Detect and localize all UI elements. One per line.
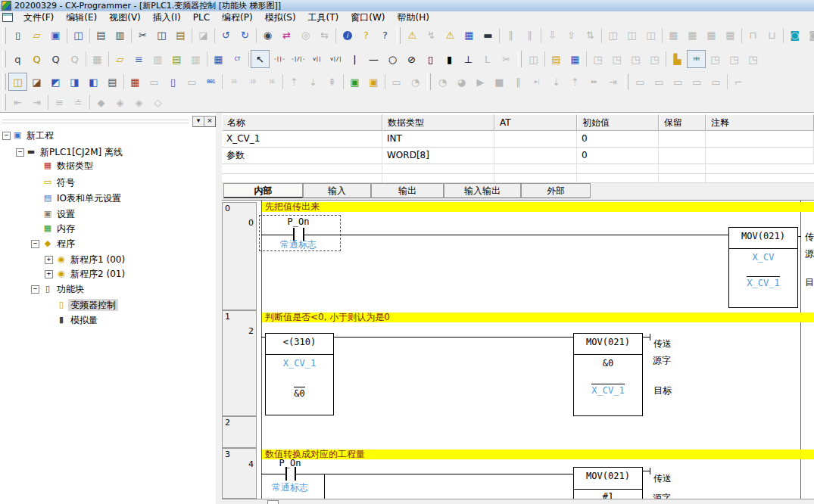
mnemonics-view-icon[interactable]: ▦ [209, 50, 228, 68]
tree-item-io-table[interactable]: ▤IO表和单元设置 [0, 191, 216, 205]
tree-item-label[interactable]: 设置 [55, 208, 77, 220]
transfer-settings-icon[interactable]: ▦ [460, 26, 479, 45]
new-differentiated-instruction-icon[interactable]: ▮ [440, 50, 459, 68]
table-cell[interactable]: 0 [577, 148, 659, 164]
watch-window-icon[interactable]: ◩ [46, 73, 65, 91]
tree-item-project[interactable]: −▣新工程 [0, 129, 216, 142]
clock-ct-view-icon[interactable]: CT [228, 50, 247, 68]
tree-item-symbols[interactable]: ▭符号 [0, 176, 216, 189]
compare-operand-2-wrap[interactable]: &0 [266, 388, 333, 399]
tree-item-analog-fb[interactable]: ▮模拟量 [0, 313, 216, 327]
online-edit-icon[interactable]: ▬ [479, 26, 497, 45]
tree-item-label[interactable]: IO表和单元设置 [55, 192, 123, 204]
column-header-5[interactable]: 注释 [706, 114, 814, 131]
tree-item-label[interactable]: 符号 [55, 176, 77, 188]
paste-icon[interactable]: ▤ [171, 26, 190, 45]
show-properties-icon[interactable]: ▤ [103, 73, 122, 91]
tree-item-inverter-fb[interactable]: ▯变频器控制 [0, 298, 216, 312]
table-cell[interactable] [706, 131, 814, 148]
context-help-icon[interactable]: ? [376, 26, 395, 45]
menu-item-p[interactable]: 编程(P) [216, 11, 259, 23]
table-cell[interactable]: WORD[8] [382, 148, 494, 164]
expand-box-icon[interactable]: + [45, 256, 53, 264]
tab-output[interactable]: 输出 [371, 183, 444, 198]
tab-input[interactable]: 输入 [303, 183, 371, 198]
tree-item-label[interactable]: 功能块 [55, 283, 86, 295]
undo-icon[interactable]: ↺ [217, 26, 235, 45]
rung-margin-1[interactable]: 1 2 [222, 310, 257, 416]
compile-icon[interactable]: ⚠ [403, 26, 422, 45]
dest-operand-wrap[interactable]: X_CV_1 [574, 385, 642, 396]
replace-icon[interactable]: ⇄ [277, 26, 296, 45]
compare-operand-1[interactable]: X_CV_1 [266, 358, 333, 369]
tree-item-label[interactable]: 新程序1 (00) [68, 254, 127, 266]
collapse-box-icon[interactable]: − [31, 240, 39, 248]
check-program-icon[interactable]: ▯ [164, 73, 182, 91]
device-type-verify-icon[interactable]: ◫ [69, 26, 88, 45]
tree-item-label[interactable]: 内存 [55, 222, 77, 235]
collapse-box-icon[interactable]: − [2, 132, 11, 140]
menu-item-v[interactable]: 视图(V) [103, 11, 147, 23]
menu-item-plc[interactable]: PLC [187, 11, 216, 23]
menu-item-i[interactable]: 插入(I) [147, 11, 187, 23]
tree-item-label[interactable]: 数据类型 [55, 160, 95, 172]
column-header-4[interactable]: 保留 [659, 114, 706, 131]
compile-all-icon[interactable]: ⚠ [441, 26, 460, 45]
cross-reference-report-icon[interactable]: ▦ [126, 73, 145, 91]
table-cell[interactable]: 参数 [222, 148, 382, 164]
symbol-editor-icon[interactable]: ▱ [111, 50, 129, 68]
tree-item-data-types[interactable]: ▦数据类型 [0, 159, 216, 173]
menu-item-w[interactable]: 窗口(W) [345, 11, 391, 23]
table-cell[interactable] [494, 131, 577, 148]
tree-item-label[interactable]: 程序 [55, 238, 77, 250]
zoom-out-icon[interactable]: Q [46, 50, 65, 68]
horizontal-scrollbar[interactable] [222, 499, 814, 504]
table-cell[interactable] [494, 148, 577, 164]
table-cell[interactable] [706, 148, 814, 164]
tree-item-label[interactable]: 新程序2 (01) [68, 268, 127, 280]
print-preview-icon[interactable]: ▥ [111, 26, 129, 45]
mov-instruction-block[interactable]: MOV(021) X_CV X_CV_1 [728, 227, 798, 308]
zoom-tool-icon[interactable]: q [8, 50, 27, 68]
new-closed-coil-icon[interactable]: ⊘ [402, 50, 421, 68]
data-trace-monitor-icon[interactable]: HH [687, 50, 706, 68]
contact-operand[interactable]: P_On [283, 216, 313, 227]
copy-icon[interactable]: ◫ [152, 26, 171, 45]
tree-item-label[interactable]: 新工程 [24, 129, 56, 142]
menu-item-t[interactable]: 工具(T) [302, 11, 345, 23]
table-cell[interactable]: INT [382, 131, 494, 148]
section-list-icon[interactable]: ▤ [167, 50, 186, 68]
rung-comment[interactable]: 判断值是否<0, 小于则认为是0 [262, 313, 814, 322]
source-operand[interactable]: X_CV [729, 252, 797, 263]
timer-counter-setting-icon[interactable]: ▦ [566, 50, 585, 68]
rung-margin-0[interactable]: 0 0 [222, 202, 257, 310]
mdi-child-icon[interactable] [2, 13, 13, 22]
tab-external[interactable]: 外部 [521, 183, 591, 198]
redo-icon[interactable]: ↻ [235, 26, 254, 45]
expand-box-icon[interactable]: + [45, 270, 53, 278]
menu-item-h[interactable]: 帮助(H) [391, 11, 435, 23]
tree-item-label[interactable]: 新PLC1[CJ2M] 离线 [38, 146, 125, 158]
toggle-project-workspace-icon[interactable]: ◫ [8, 73, 27, 91]
collapse-box-icon[interactable]: − [31, 285, 39, 294]
panel-splitter[interactable] [216, 112, 222, 504]
new-instruction-icon[interactable]: ▯ [421, 50, 440, 68]
table-cell[interactable]: 0 [577, 131, 659, 148]
tab-internal[interactable]: 内部 [223, 183, 303, 198]
print-icon[interactable]: ▤ [92, 26, 111, 45]
menu-item-e[interactable]: 编辑(E) [60, 11, 103, 23]
rung-margin-2[interactable]: 2 [222, 416, 257, 448]
save-project-icon[interactable]: ▣ [46, 26, 65, 45]
collapse-box-icon[interactable]: − [16, 148, 24, 157]
address-reference-tool-icon[interactable]: ◧ [84, 73, 103, 91]
open-project-icon[interactable]: ▱ [27, 26, 46, 45]
new-vertical-icon[interactable]: | [345, 50, 364, 68]
new-closed-contact-icon[interactable]: -|/|- [288, 50, 307, 68]
table-cell[interactable]: X_CV_1 [222, 131, 382, 148]
contact-operand[interactable]: P_On [275, 458, 305, 468]
menu-item-s[interactable]: 模拟(S) [259, 11, 302, 23]
new-contact-icon[interactable]: -||- [270, 50, 288, 68]
about-icon[interactable]: i [338, 26, 357, 45]
mov-instruction-block[interactable]: MOV(021) #1 [573, 467, 643, 499]
tree-item-function-blocks[interactable]: −▯功能块 [0, 282, 216, 296]
